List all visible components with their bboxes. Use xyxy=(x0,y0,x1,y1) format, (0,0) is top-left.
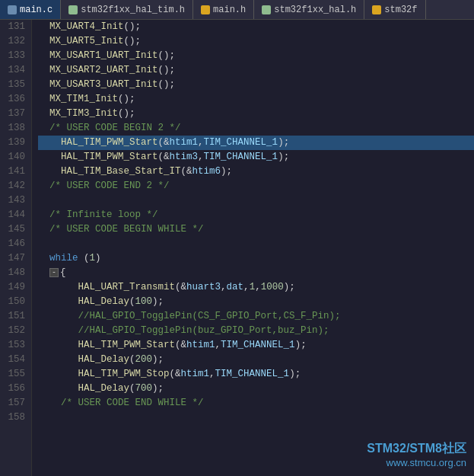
code-area: 131 132 133 134 135 136 137 138 139 140 … xyxy=(0,20,474,476)
tab-label-main-c: main.c xyxy=(20,5,52,15)
code-line-140: HAL_TIM_PWM_Start(&htim3,TIM_CHANNEL_1); xyxy=(38,150,474,165)
code-line-143 xyxy=(38,193,474,208)
tab-stm32-hal[interactable]: stm32f1xx_hal.h xyxy=(254,0,364,20)
ln-146: 146 xyxy=(5,237,25,251)
ln-142: 142 xyxy=(5,179,25,193)
editor: 131 132 133 134 135 136 137 138 139 140 … xyxy=(0,20,474,476)
ln-147: 147 xyxy=(5,251,25,266)
tab-stm32-hal-tim[interactable]: stm32f1xx_hal_tim.h xyxy=(61,0,193,20)
ln-157: 157 xyxy=(5,396,25,411)
tab-main-h[interactable]: main.h xyxy=(193,0,254,20)
code-line-146 xyxy=(38,237,474,251)
code-line-147: while (1) xyxy=(38,251,474,266)
tab-icon-c xyxy=(8,5,17,14)
ln-136: 136 xyxy=(5,92,25,107)
line-numbers: 131 132 133 134 135 136 137 138 139 140 … xyxy=(0,20,32,476)
tab-main-c[interactable]: main.c xyxy=(0,0,61,20)
tab-icon-h1 xyxy=(68,5,78,14)
tab-icon-h3 xyxy=(262,5,271,14)
code-line-158 xyxy=(38,411,474,425)
ln-131: 131 xyxy=(5,20,25,34)
tab-icon-h2 xyxy=(201,5,210,14)
ln-139: 139 xyxy=(5,136,25,150)
ln-138: 138 xyxy=(5,121,25,136)
ln-153: 153 xyxy=(5,338,25,353)
ln-132: 132 xyxy=(5,34,25,49)
tab-bar: main.c stm32f1xx_hal_tim.h main.h stm32f… xyxy=(0,0,474,20)
code-line-131: MX_UART4_Init(); xyxy=(38,20,474,34)
code-line-149: HAL_UART_Transmit(&huart3,dat,1,1000); xyxy=(38,280,474,295)
code-line-138: /* USER CODE BEGIN 2 */ xyxy=(38,121,474,136)
code-line-139: HAL_TIM_PWM_Start(&htim1,TIM_CHANNEL_1); xyxy=(38,136,474,150)
ln-152: 152 xyxy=(5,324,25,338)
code-line-155: HAL_TIM_PWM_Stop(&htim1,TIM_CHANNEL_1); xyxy=(38,367,474,382)
ln-140: 140 xyxy=(5,150,25,165)
code-line-137: MX_TIM3_Init(); xyxy=(38,107,474,121)
code-line-153: HAL_TIM_PWM_Start(&htim1,TIM_CHANNEL_1); xyxy=(38,338,474,353)
code-line-135: MX_USART3_UART_Init(); xyxy=(38,78,474,92)
ln-158: 158 xyxy=(5,411,25,425)
tab-label-stm32f: stm32f xyxy=(384,5,417,15)
code-line-142: /* USER CODE END 2 */ xyxy=(38,179,474,193)
code-line-133: MX_USART1_UART_Init(); xyxy=(38,49,474,63)
code-content[interactable]: MX_UART4_Init(); MX_UART5_Init(); MX_USA… xyxy=(32,20,474,476)
ln-148: 148 xyxy=(5,266,25,280)
ln-150: 150 xyxy=(5,295,25,309)
ln-143: 143 xyxy=(5,193,25,208)
ln-135: 135 xyxy=(5,78,25,92)
ln-155: 155 xyxy=(5,367,25,382)
ln-154: 154 xyxy=(5,353,25,367)
watermark: STM32/STM8社区 www.stmcu.org.cn xyxy=(367,441,466,468)
code-line-136: MX_TIM1_Init(); xyxy=(38,92,474,107)
ln-141: 141 xyxy=(5,165,25,179)
ln-133: 133 xyxy=(5,49,25,63)
ln-151: 151 xyxy=(5,309,25,324)
code-line-132: MX_UART5_Init(); xyxy=(38,34,474,49)
ln-134: 134 xyxy=(5,63,25,78)
code-line-148: -{ xyxy=(38,266,474,280)
code-line-144: /* Infinite loop */ xyxy=(38,208,474,222)
watermark-line1: STM32/STM8社区 xyxy=(367,441,466,457)
fold-marker-148[interactable]: - xyxy=(49,268,59,277)
code-line-145: /* USER CODE BEGIN WHILE */ xyxy=(38,222,474,237)
watermark-line2: www.stmcu.org.cn xyxy=(367,457,466,468)
ln-137: 137 xyxy=(5,107,25,121)
code-line-152: //HAL_GPIO_TogglePin(buz_GPIO_Port,buz_P… xyxy=(38,324,474,338)
tab-label-main-h: main.h xyxy=(213,5,246,15)
ln-156: 156 xyxy=(5,382,25,396)
ln-149: 149 xyxy=(5,280,25,295)
tab-label-hal-tim: stm32f1xx_hal_tim.h xyxy=(81,5,185,15)
ln-144: 144 xyxy=(5,208,25,222)
code-line-154: HAL_Delay(200); xyxy=(38,353,474,367)
code-line-151: //HAL_GPIO_TogglePin(CS_F_GPIO_Port,CS_F… xyxy=(38,309,474,324)
code-line-150: HAL_Delay(100); xyxy=(38,295,474,309)
code-line-134: MX_USART2_UART_Init(); xyxy=(38,63,474,78)
code-line-156: HAL_Delay(700); xyxy=(38,382,474,396)
code-line-157: /* USER CODE END WHILE */ xyxy=(38,396,474,411)
tab-stm32f-more[interactable]: stm32f xyxy=(364,0,425,20)
ln-145: 145 xyxy=(5,222,25,237)
tab-icon-h4 xyxy=(372,5,381,14)
tab-label-stm32-hal: stm32f1xx_hal.h xyxy=(274,5,356,15)
code-line-141: HAL_TIM_Base_Start_IT(&htim6); xyxy=(38,165,474,179)
